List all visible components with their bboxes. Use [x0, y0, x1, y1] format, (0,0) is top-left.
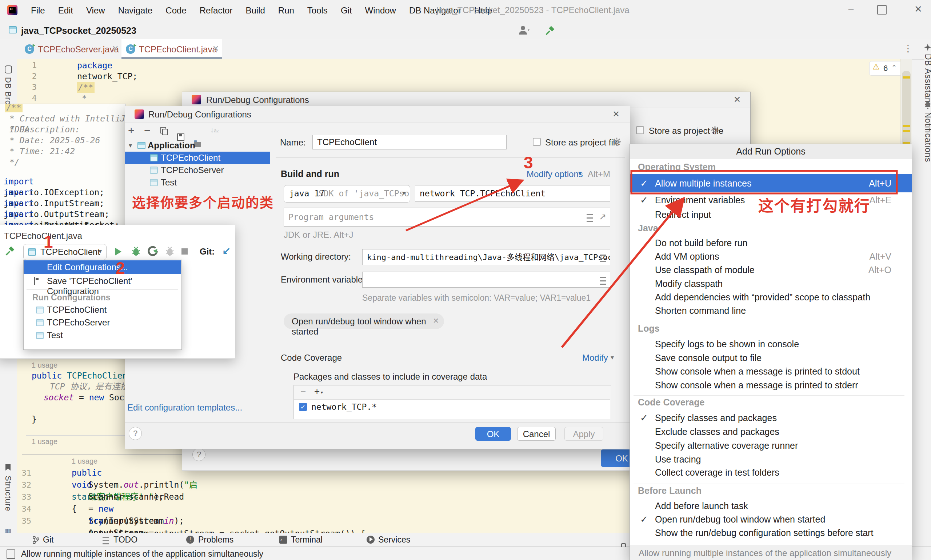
run-config-selector[interactable]: TCPEchoClient ▾ [23, 244, 106, 260]
cancel-button[interactable]: Cancel [517, 427, 556, 441]
stripe-structure[interactable]: Structure [3, 475, 13, 511]
remove-config-icon[interactable]: − [144, 125, 151, 137]
minimize-button[interactable]: – [844, 4, 858, 17]
close-button[interactable]: ✕ [911, 4, 926, 17]
usage-hint[interactable]: 1 usage [72, 457, 97, 465]
remove-row-icon[interactable]: − [300, 386, 306, 397]
option-open-toolwindow[interactable]: ✓Open run/debug tool window when started [630, 513, 912, 526]
option-specify-logs[interactable]: Specify logs to be shown in console [630, 337, 912, 351]
option-save-console-output[interactable]: Save console output to file [630, 351, 912, 365]
menu-item-test[interactable]: Test [24, 329, 181, 342]
close-tab-icon[interactable]: ✕ [212, 44, 219, 54]
menu-tools[interactable]: Tools [307, 5, 328, 15]
user-icon[interactable] [518, 25, 531, 35]
kebab-menu-icon[interactable]: ⋮ [903, 43, 913, 54]
menu-navigate[interactable]: Navigate [118, 5, 153, 15]
coverage-row[interactable]: ✓ network_TCP.* [294, 399, 610, 415]
menu-build[interactable]: Build [245, 5, 265, 15]
dialog-titlebar[interactable]: Run/Debug Configurations ✕ [125, 106, 630, 123]
stripe-db-assistant[interactable]: DB Assistant [923, 54, 931, 105]
working-directory-input[interactable]: king-and-multithreading\Java-多线程和网络\java… [362, 249, 610, 265]
menu-window[interactable]: Window [365, 5, 396, 15]
toolwindow-services[interactable]: Services [378, 535, 410, 545]
option-add-dependencies[interactable]: Add dependencies with “provided” scope t… [630, 291, 912, 304]
bookmarks-icon[interactable] [5, 464, 11, 471]
close-tab-icon[interactable]: ✕ [112, 44, 118, 54]
menu-code[interactable]: Code [165, 5, 186, 15]
option-shorten-command-line[interactable]: Shorten command line [630, 304, 912, 317]
menu-run[interactable]: Run [278, 5, 294, 15]
usage-hint[interactable]: 1 usage [32, 437, 57, 446]
menu-item-edit-configurations[interactable]: Edit Configurations... [24, 260, 181, 274]
store-checkbox[interactable] [533, 138, 541, 146]
expand-icon[interactable]: ↗ [599, 212, 606, 222]
option-add-vm-options[interactable]: Add VM optionsAlt+V [630, 250, 912, 263]
option-show-settings-before-start[interactable]: Show the run/debug configuration setting… [630, 526, 912, 540]
debug-icon[interactable] [131, 246, 142, 257]
option-use-classpath[interactable]: Use classpath of moduleAlt+O [630, 263, 912, 277]
tree-item-test[interactable]: Test [125, 176, 270, 189]
chevron-expanded-icon[interactable]: ▾ [129, 139, 132, 152]
usage-hint[interactable]: 1 usage [32, 361, 57, 369]
menu-view[interactable]: View [86, 5, 105, 15]
ok-button[interactable]: OK [476, 427, 511, 441]
menu-file[interactable]: File [31, 5, 45, 15]
env-variables-input[interactable] [362, 272, 610, 288]
notifications-bell-icon[interactable] [925, 102, 931, 109]
add-config-icon[interactable]: + [128, 125, 135, 137]
menu-git[interactable]: Git [341, 5, 352, 15]
tree-item-tcpechoserver[interactable]: TCPEchoServer [125, 164, 270, 176]
toolwindow-git[interactable]: Git [43, 535, 54, 545]
close-icon[interactable]: ✕ [734, 95, 741, 105]
help-button[interactable]: ? [192, 448, 205, 461]
remove-chip-icon[interactable]: ✕ [433, 316, 439, 325]
scrollbar-warning-mark[interactable] [903, 76, 910, 78]
git-update-icon[interactable]: ↙ [222, 245, 231, 257]
coverage-modify-link[interactable]: Modify [582, 353, 608, 363]
edit-templates-link[interactable]: Edit configuration templates... [127, 403, 242, 413]
list-icon[interactable] [586, 214, 593, 222]
option-use-tracing[interactable]: Use tracing [630, 453, 912, 466]
stripe-notifications[interactable]: Notifications [923, 112, 931, 162]
popup-header[interactable]: Add Run Options [630, 144, 912, 159]
project-name[interactable]: java_TCPsocket_20250523 [21, 25, 136, 36]
list-icon[interactable] [600, 255, 606, 262]
build-hammer-icon[interactable] [5, 245, 15, 256]
gear-icon[interactable] [710, 125, 720, 135]
tree-group-application[interactable]: ▾ Application [125, 139, 270, 152]
menu-edit[interactable]: Edit [58, 5, 73, 15]
option-show-console-stderr[interactable]: Show console when a message is printed t… [630, 378, 912, 392]
option-collect-test-folders[interactable]: Collect coverage in test folders [630, 466, 912, 479]
maximize-button[interactable] [877, 5, 886, 15]
add-row-icon[interactable]: + [314, 386, 320, 397]
build-hammer-icon[interactable] [545, 25, 556, 36]
option-do-not-build[interactable]: Do not build before run [630, 236, 912, 250]
tab-tcpechoclient-active[interactable]: C TCPEchoClient.java ✕ [122, 39, 222, 59]
menu-item-tcpechoserver[interactable]: TCPEchoServer [24, 316, 181, 329]
menu-refactor[interactable]: Refactor [200, 5, 233, 15]
main-class-input[interactable] [415, 185, 610, 202]
scrollbar-warning-mark[interactable] [903, 130, 910, 132]
menu-item-save-configuration[interactable]: Save 'TCPEchoClient' Configuration [24, 274, 181, 288]
outer-store-checkbox[interactable] [636, 126, 644, 134]
name-input[interactable] [312, 135, 506, 149]
option-show-console-stdout[interactable]: Show console when a message is printed t… [630, 365, 912, 378]
option-exclude-classes[interactable]: Exclude classes and packages [630, 425, 912, 438]
toolwindow-todo[interactable]: TODO [114, 535, 137, 545]
row-checkbox[interactable]: ✓ [299, 403, 307, 411]
prev-chevron-icon[interactable]: ⌃ [891, 64, 897, 72]
db-browser-icon[interactable] [5, 65, 12, 74]
option-modify-classpath[interactable]: Modify classpath [630, 277, 912, 291]
close-icon[interactable]: ✕ [612, 109, 620, 119]
modify-options-link[interactable]: Modify options [526, 169, 583, 179]
program-arguments-input[interactable] [284, 208, 610, 226]
list-icon[interactable] [600, 277, 606, 285]
run-button[interactable] [115, 248, 122, 255]
option-alternative-runner[interactable]: Specify alternative coverage runner [630, 439, 912, 452]
option-specify-classes[interactable]: ✓Specify classes and packages [630, 411, 912, 425]
open-toolwindow-chip[interactable]: Open run/debug tool window when started … [284, 314, 444, 329]
toolwindow-problems[interactable]: Problems [198, 535, 234, 545]
toolwindow-terminal[interactable]: Terminal [291, 535, 323, 545]
tab-tcpechoserver[interactable]: C TCPEchoServer.java ✕ [22, 39, 121, 59]
db-assistant-icon[interactable] [924, 44, 931, 51]
